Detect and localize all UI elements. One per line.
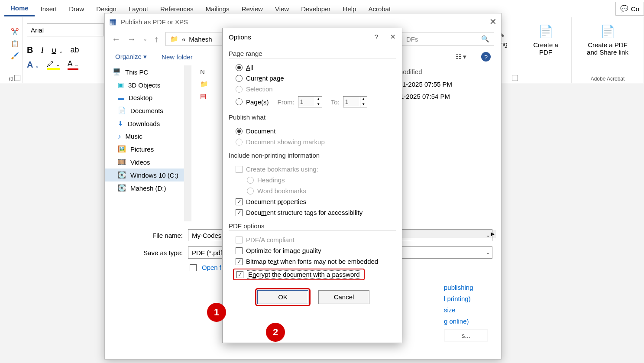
save-as-type-value: PDF (*.pdf) [192,249,224,256]
music-icon: ♪ [118,133,121,140]
font-color-button[interactable]: A ⌄ [68,59,78,70]
folder-icon: 📁 [200,80,208,88]
chk-optimize-quality[interactable] [236,247,243,254]
italic-button[interactable]: I [41,45,44,55]
drive-icon: 💽 [118,171,126,179]
search-placeholder: DFs [406,36,418,43]
link-publishing[interactable]: publishing [444,282,488,293]
chevron-down-icon[interactable]: ⌄ [486,250,490,256]
folder-tree: 🖥️This PC ▣3D Objects ▬Desktop 📄Document… [105,65,191,221]
chk-pdfa [236,237,243,243]
pages-from-input[interactable]: ▲▼ [298,96,322,107]
underline-button[interactable]: U ⌄ [52,45,62,55]
chk-doc-properties[interactable]: ✓ [236,198,243,205]
link-printing[interactable]: l printing) [444,293,488,305]
label-headings: Headings [257,176,285,184]
nav-mahesh-d[interactable]: 💽Mahesh (D:) [105,182,191,194]
label-bitmap-text: Bitmap text when fonts may not be embedd… [246,258,378,265]
cancel-button[interactable]: Cancel [318,290,369,304]
pdf-icon: ▤ [200,92,206,100]
editing-launcher-icon[interactable] [512,75,518,81]
file-name-value: My-Codes [192,232,221,239]
file-name-label: File name: [113,232,183,239]
search-input[interactable]: DFs 🔍 [401,32,494,46]
new-folder-button[interactable]: New folder [162,53,193,61]
nav-3d-objects[interactable]: ▣3D Objects [105,78,191,91]
nav-this-pc[interactable]: 🖥️This PC [105,65,191,78]
word-icon: ▦ [109,17,117,26]
highlight-button[interactable]: 🖊 ⌄ [47,60,59,70]
acrobat-group-label: Adobe Acrobat [572,76,644,82]
videos-icon: 🎞️ [118,158,126,166]
organize-button[interactable]: Organize ▾ [115,53,147,61]
nonprinting-header: Include non-printing information [229,152,396,160]
nav-pictures[interactable]: 🖼️Pictures [105,143,191,156]
pictures-icon: 🖼️ [118,145,126,153]
options-title: Options [229,33,251,41]
label-bookmarks: Create bookmarks using: [246,165,318,173]
clipboard-launcher-icon[interactable] [14,75,20,81]
strikethrough-button[interactable]: ab [71,45,79,55]
radio-selection [236,86,243,93]
nav-documents[interactable]: 📄Documents [105,104,191,117]
tab-draw[interactable]: Draw [63,2,90,16]
tree-scrollbar[interactable] [184,65,191,221]
pc-icon: 🖥️ [113,68,121,76]
radio-headings [247,177,254,184]
desktop-icon: ▬ [118,94,124,101]
label-all: All [246,64,253,71]
label-selection: Selection [246,85,273,93]
callout-1: 1 [207,303,226,322]
font-family-select[interactable]: Arial [27,23,104,36]
cut-icon[interactable]: ✂️ [11,28,19,36]
radio-document[interactable] [236,128,243,135]
close-icon[interactable]: ✕ [489,16,497,27]
breadcrumb-text: Mahesh [189,36,212,43]
nav-videos[interactable]: 🎞️Videos [105,156,191,169]
pages-to-input[interactable]: ▲▼ [343,96,367,107]
from-label: From: [278,98,294,106]
nav-desktop[interactable]: ▬Desktop [105,91,191,104]
tab-home[interactable]: Home [4,1,35,16]
close-icon[interactable]: ✕ [390,33,396,41]
nav-forward-icon[interactable]: → [127,34,136,44]
font-name-value: Arial [31,26,44,34]
help-icon[interactable]: ? [375,33,378,41]
link-size[interactable]: size [444,305,488,316]
view-mode-button[interactable]: ☷ ▾ [456,53,466,61]
nav-windows-c[interactable]: 💽Windows 10 (C:) [105,169,191,182]
ok-button[interactable]: OK [257,290,308,304]
chevron-down-icon[interactable]: ⌄ [143,36,147,42]
format-painter-icon[interactable]: 🖌️ [11,52,19,60]
pdf-options-header: PDF options [229,222,396,231]
save-as-type-label: Save as type: [113,249,183,256]
radio-all[interactable] [236,64,243,71]
radio-current-page[interactable] [236,75,243,82]
text-effects-button[interactable]: A ⌄ [27,60,39,70]
chk-structure-tags[interactable]: ✓ [236,209,243,216]
breadcrumb-prefix: « [182,36,185,43]
help-icon[interactable]: ? [481,52,491,62]
options-button[interactable]: s... [444,330,488,341]
label-pdfa: PDF/A compliant [246,236,294,243]
copy-icon[interactable]: 📋 [11,40,19,48]
create-pdf-share-icon[interactable]: 📄 [600,24,615,39]
tab-insert[interactable]: Insert [35,2,63,16]
link-online[interactable]: g online) [444,316,488,327]
nav-music[interactable]: ♪Music [105,130,191,143]
radio-pages[interactable] [236,98,243,105]
chevron-down-icon[interactable]: ⌄ [486,232,490,238]
bold-button[interactable]: B [27,45,33,55]
comment-button[interactable]: 💬 Co [615,2,644,16]
chk-bitmap-text[interactable]: ✓ [236,258,243,265]
chk-encrypt[interactable]: ✓ [236,271,243,278]
create-pdf-icon[interactable]: 📄 [538,24,553,39]
label-structure-tags: Document structure tags for accessibilit… [246,209,362,216]
label-document: Document [246,127,275,135]
nav-downloads[interactable]: ⬇Downloads [105,117,191,130]
nav-up-icon[interactable]: ↑ [154,34,159,44]
nav-back-icon[interactable]: ← [112,34,120,44]
create-pdf-share-label: Create a PDF and Share link [584,41,631,56]
open-file-checkbox[interactable] [190,264,197,271]
publish-what-header: Publish what [229,113,396,122]
